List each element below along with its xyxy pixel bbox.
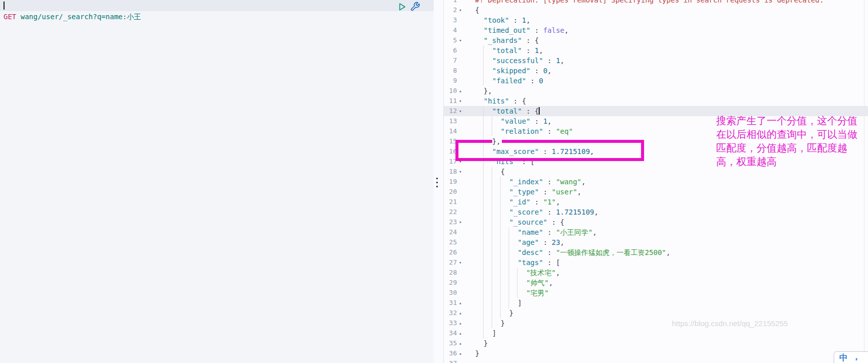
response-line[interactable]: 35▴} xyxy=(444,338,868,348)
code-token: , xyxy=(526,16,530,24)
fold-close-icon[interactable]: ▴ xyxy=(459,308,461,318)
fold-open-icon[interactable]: ▾ xyxy=(459,257,461,268)
fold-close-icon[interactable]: ▴ xyxy=(459,348,461,358)
indent-guides xyxy=(475,96,483,106)
csdn-watermark: https://blog.csdn.net/qq_22155255 xyxy=(672,319,788,328)
response-line[interactable]: 3"took" : 1, xyxy=(444,15,868,25)
response-line[interactable]: 31▴] xyxy=(444,298,868,308)
line-number: 3 xyxy=(444,15,457,25)
response-line[interactable]: 36▴} xyxy=(444,348,868,358)
code-token: 1.7215109 xyxy=(556,208,594,216)
code-token: "_index" xyxy=(509,178,543,186)
request-lines: GET wang/user/_search?q=name:小王 xyxy=(0,0,434,22)
code-token: "name" xyxy=(517,228,543,236)
line-number: 10 xyxy=(444,86,457,96)
code-text: "age" : 23, xyxy=(444,237,868,247)
response-line[interactable]: 6"total" : 1, xyxy=(444,45,868,56)
code-text: "desc" : "一顿操作猛如虎，一看工资2500", xyxy=(444,247,868,257)
code-text: ] xyxy=(444,298,868,308)
line-number: 28 xyxy=(444,268,457,278)
fold-open-icon[interactable]: ▾ xyxy=(459,167,461,177)
line-number: 36 xyxy=(444,348,457,358)
fold-open-icon[interactable]: ▾ xyxy=(459,35,461,45)
code-token: 1 xyxy=(556,57,560,65)
fold-open-icon[interactable]: ▾ xyxy=(459,217,461,227)
response-line[interactable]: 9"failed" : 0 xyxy=(444,76,868,86)
response-line[interactable]: 32▴} xyxy=(444,308,868,318)
fold-open-icon[interactable]: ▾ xyxy=(459,5,461,15)
response-line[interactable]: 30"宅男" xyxy=(444,288,868,298)
response-line[interactable]: 1#! Deprecation: [types removal] Specify… xyxy=(444,0,868,5)
response-line[interactable]: 19"_index" : "wang", xyxy=(444,177,868,187)
fold-close-icon[interactable]: ▴ xyxy=(459,298,461,308)
response-line[interactable]: 23▾"_source" : { xyxy=(444,217,868,227)
code-token: , xyxy=(549,279,553,287)
indent-guides xyxy=(475,25,483,35)
indent-guides xyxy=(475,288,525,298)
indent-guides xyxy=(475,227,516,237)
fold-open-icon[interactable]: ▾ xyxy=(459,96,461,106)
annotation-line: 匹配度，分值越高，匹配度越 xyxy=(716,141,857,155)
response-line[interactable]: 24"name" : "小王同学", xyxy=(444,227,868,237)
request-line[interactable] xyxy=(0,0,434,11)
code-token: "wang" xyxy=(556,178,582,186)
divider-drag-handle-icon[interactable] xyxy=(436,178,438,187)
response-line[interactable]: 4"timed_out" : false, xyxy=(444,25,868,35)
code-token: , xyxy=(547,117,551,125)
fold-close-icon[interactable]: ▴ xyxy=(459,86,461,96)
indent-guides xyxy=(475,35,483,45)
response-line[interactable]: 34▴] xyxy=(444,328,868,338)
code-token: "eq" xyxy=(556,127,573,135)
response-line[interactable]: 2▾{ xyxy=(444,5,868,15)
line-number: 9 xyxy=(444,76,457,86)
response-line[interactable]: 11▾"hits" : { xyxy=(444,96,868,106)
ime-indicator[interactable]: 中 ， xyxy=(834,351,868,363)
ime-language-label[interactable]: 中 xyxy=(839,353,848,363)
response-line[interactable]: 27▾"tags" : [ xyxy=(444,257,868,268)
response-line[interactable]: 10▴}, xyxy=(444,86,868,96)
code-text: { xyxy=(444,5,868,15)
scrollbar-track[interactable] xyxy=(864,0,864,363)
code-token: "_type" xyxy=(509,188,539,196)
response-line[interactable]: 5▾"_shards" : { xyxy=(444,35,868,45)
response-line[interactable]: 21"_id" : "1", xyxy=(444,197,868,207)
fold-open-icon[interactable]: ▾ xyxy=(459,106,461,116)
request-options-button[interactable] xyxy=(410,2,420,12)
response-line[interactable]: 29"帅气", xyxy=(444,278,868,288)
code-token: "total" xyxy=(492,107,522,115)
code-token: : xyxy=(543,178,556,186)
response-line[interactable]: 33▴} xyxy=(444,318,868,328)
response-line[interactable]: 25"age" : 23, xyxy=(444,237,868,247)
response-line[interactable]: 28"技术宅", xyxy=(444,268,868,278)
fold-close-icon[interactable]: ▴ xyxy=(459,318,461,328)
code-token: , xyxy=(594,208,598,216)
code-token: "技术宅" xyxy=(526,269,556,277)
response-line[interactable]: 8"skipped" : 0, xyxy=(444,66,868,76)
code-token: , xyxy=(666,248,670,256)
indent-guides xyxy=(475,247,516,257)
indent-guides xyxy=(475,328,491,338)
ime-punctuation-label[interactable]: ， xyxy=(852,353,861,360)
fold-close-icon[interactable]: ▴ xyxy=(459,328,461,338)
code-token: : [ xyxy=(543,258,560,267)
code-token: ] xyxy=(492,329,496,337)
response-line[interactable]: 37 xyxy=(444,358,868,363)
request-editor-pane[interactable]: GET wang/user/_search?q=name:小王 xyxy=(0,0,434,363)
line-number: 26 xyxy=(444,247,457,257)
response-line[interactable]: 26"desc" : "一顿操作猛如虎，一看工资2500", xyxy=(444,247,868,257)
wrench-icon xyxy=(410,2,420,12)
response-line[interactable]: 7"successful" : 1, xyxy=(444,56,868,66)
response-editor-pane[interactable]: 1#! Deprecation: [types removal] Specify… xyxy=(444,0,868,363)
code-text: "tags" : [ xyxy=(444,257,868,268)
line-number: 23 xyxy=(444,217,457,227)
request-line[interactable]: GET wang/user/_search?q=name:小王 xyxy=(0,11,434,22)
pane-divider[interactable] xyxy=(434,0,444,363)
response-line[interactable]: 20"_type" : "user", xyxy=(444,187,868,197)
code-text: "_source" : { xyxy=(444,217,868,227)
send-request-button[interactable] xyxy=(397,2,407,12)
indent-guides xyxy=(475,338,483,348)
fold-close-icon[interactable]: ▴ xyxy=(459,338,461,348)
response-line[interactable]: 22"_score" : 1.7215109, xyxy=(444,207,868,217)
code-text: }, xyxy=(444,86,868,96)
code-token: "user" xyxy=(552,188,577,196)
